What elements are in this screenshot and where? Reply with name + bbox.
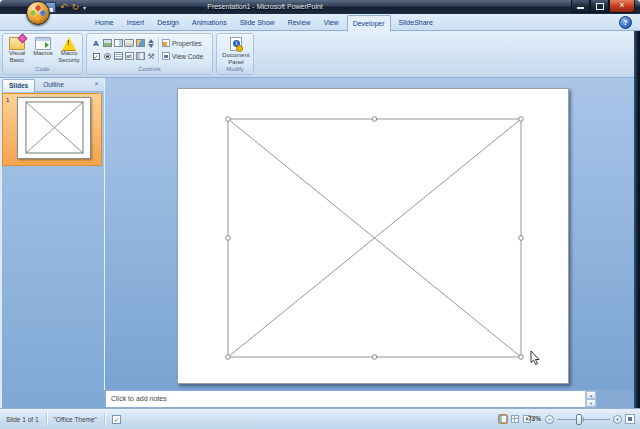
controls-grid: A ✓ ab ⚒: [91, 37, 157, 62]
document-panel-button[interactable]: i Document Panel: [221, 35, 251, 65]
tab-review[interactable]: Review: [283, 15, 316, 31]
tab-view[interactable]: View: [319, 15, 344, 31]
status-separator: [46, 413, 47, 425]
tab-home[interactable]: Home: [90, 15, 119, 31]
list-box-button[interactable]: [113, 50, 123, 62]
tab-design[interactable]: Design: [152, 15, 184, 31]
command-button-icon: [124, 39, 134, 47]
slide-sorter-button[interactable]: [510, 414, 520, 424]
mouse-cursor: [531, 351, 539, 365]
gear-icon: [236, 45, 243, 52]
ribbon-group-code: Visual Basic Macros ! Macro Security Cod…: [2, 33, 83, 75]
restore-icon: [596, 3, 604, 10]
view-code-icon: [162, 52, 170, 60]
close-button[interactable]: ×: [609, 0, 635, 13]
view-code-button[interactable]: View Code: [162, 52, 203, 60]
notes-pane[interactable]: Click to add notes ▲ ▼: [105, 390, 597, 408]
ribbon-group-controls: A ✓ ab ⚒ Properties View Code: [86, 33, 213, 75]
zoom-level[interactable]: 73%: [528, 409, 541, 429]
slide-workspace: [104, 78, 634, 390]
warning-triangle-icon: !: [62, 37, 76, 50]
customize-qat-button[interactable]: ▾: [83, 4, 86, 11]
option-button-icon: [104, 53, 111, 60]
picture-control-button[interactable]: [135, 37, 145, 49]
tab-insert[interactable]: Insert: [122, 15, 150, 31]
window-left-edge: [0, 78, 2, 408]
slide-canvas[interactable]: [177, 88, 569, 384]
notes-scrollbar[interactable]: ▲ ▼: [585, 391, 596, 407]
slides-panel: Slides Outline × 1: [0, 78, 104, 408]
command-button-button[interactable]: [124, 37, 134, 49]
notes-placeholder[interactable]: Click to add notes: [111, 391, 167, 407]
slide-indicator: Slide 1 of 1: [6, 416, 39, 423]
tab-slideshare[interactable]: SlideShare: [394, 15, 438, 31]
visual-basic-button[interactable]: Visual Basic: [4, 35, 30, 63]
scroll-up-button[interactable]: ▲: [586, 391, 596, 399]
office-logo-icon: [30, 5, 47, 22]
check-box-icon: ✓: [93, 53, 100, 60]
combo-box-icon: [114, 39, 123, 47]
tab-outline[interactable]: Outline: [37, 79, 70, 92]
zoom-slider-thumb[interactable]: [576, 414, 582, 425]
slide-sorter-icon: [511, 415, 519, 423]
status-bar: Slide 1 of 1 "Office Theme" ✓ 73% − +: [0, 408, 640, 429]
image-control-button[interactable]: [102, 37, 112, 49]
label-control-button[interactable]: A: [91, 37, 101, 49]
option-button-button[interactable]: [102, 50, 112, 62]
zoom-slider-tick: [583, 417, 584, 422]
picture-placeholder[interactable]: [178, 89, 568, 383]
tab-developer[interactable]: Developer: [347, 15, 391, 32]
restore-button[interactable]: [590, 0, 609, 13]
ribbon-tab-row: Home Insert Design Animations Slide Show…: [0, 14, 640, 31]
slide-number: 1: [6, 97, 9, 103]
zoom-out-button[interactable]: −: [545, 415, 554, 424]
window-controls: ×: [571, 0, 635, 13]
normal-view-button[interactable]: [498, 414, 508, 424]
close-pane-button[interactable]: ×: [92, 79, 101, 88]
redo-button[interactable]: ↻: [72, 2, 80, 12]
scroll-bar-icon: [136, 52, 145, 60]
properties-button[interactable]: Properties: [162, 39, 202, 47]
window-right-edge: [634, 31, 640, 408]
title-bar: Presentation1 - Microsoft PowerPoint ×: [0, 0, 640, 15]
tab-animations[interactable]: Animations: [187, 15, 232, 31]
spin-button-icon: [148, 39, 154, 48]
macro-security-button[interactable]: ! Macro Security: [56, 35, 82, 63]
combo-box-button[interactable]: [113, 37, 123, 49]
text-box-button[interactable]: ab: [124, 50, 134, 62]
ribbon-group-modify: i Document Panel Modify: [216, 33, 254, 75]
scroll-bar-button[interactable]: [135, 50, 145, 62]
document-panel-icon: i: [230, 37, 242, 51]
status-separator: [104, 413, 105, 425]
macros-button[interactable]: Macros: [30, 35, 56, 63]
tab-slide-show[interactable]: Slide Show: [235, 15, 280, 31]
visual-basic-icon: [9, 37, 25, 50]
zoom-in-button[interactable]: +: [613, 415, 622, 424]
picture-control-icon: [136, 39, 145, 47]
group-label-modify: Modify: [217, 65, 253, 74]
panel-splitter[interactable]: [104, 78, 105, 390]
office-button[interactable]: [26, 1, 50, 25]
image-control-icon: [103, 39, 112, 47]
help-button[interactable]: ?: [619, 16, 632, 29]
ribbon-developer: Visual Basic Macros ! Macro Security Cod…: [0, 31, 640, 78]
slide-thumbnail-selected[interactable]: 1: [2, 93, 102, 166]
more-controls-button[interactable]: ⚒: [146, 50, 156, 62]
tab-slides[interactable]: Slides: [2, 79, 35, 92]
close-icon: ×: [610, 0, 634, 11]
slide-thumbnail[interactable]: [17, 97, 91, 159]
fit-to-window-button[interactable]: [625, 414, 635, 424]
window-title: Presentation1 - Microsoft PowerPoint: [150, 0, 380, 14]
spin-button-button[interactable]: [146, 37, 156, 49]
label-control-icon: A: [93, 39, 99, 48]
macros-icon: [35, 37, 51, 50]
minimize-icon: [577, 7, 584, 9]
check-box-button[interactable]: ✓: [91, 50, 101, 62]
spellcheck-icon[interactable]: ✓: [112, 415, 121, 424]
undo-button[interactable]: ↶: [60, 2, 68, 12]
slides-panel-header: Slides Outline ×: [0, 78, 104, 92]
scroll-down-button[interactable]: ▼: [586, 399, 596, 407]
normal-view-icon: [499, 415, 507, 423]
theme-name: "Office Theme": [54, 416, 97, 423]
minimize-button[interactable]: [571, 0, 590, 13]
